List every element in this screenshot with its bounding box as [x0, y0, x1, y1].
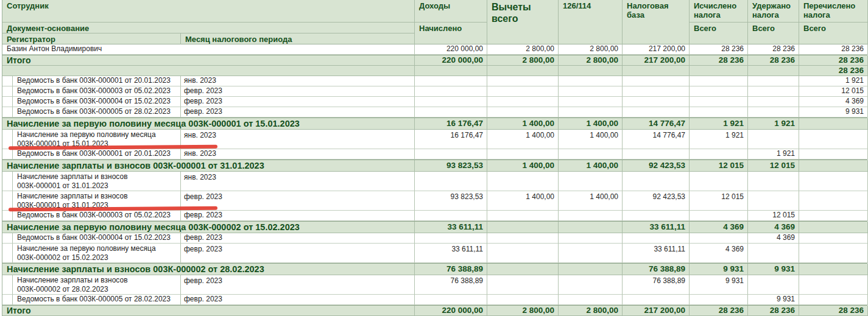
cell-tax-base[interactable]: [623, 211, 690, 221]
cell-withheld[interactable]: [748, 191, 799, 211]
cell-withheld[interactable]: 28 236: [748, 306, 799, 316]
cell-code[interactable]: 1 400,00: [559, 130, 623, 149]
cell-tax-base[interactable]: [623, 66, 690, 76]
cell-registrar[interactable]: Ведомость в банк 003К-000005 от 28.02.20…: [13, 295, 181, 305]
cell-month[interactable]: янв. 2023: [181, 76, 415, 86]
cell-transferred[interactable]: 9 931: [799, 107, 868, 118]
cell-deductions[interactable]: [487, 76, 559, 86]
cell-code[interactable]: [559, 244, 623, 263]
cell-tax-base[interactable]: 92 423,53: [623, 191, 690, 211]
cell-registrar[interactable]: Ведомость в банк 003К-000001 от 20.01.20…: [13, 149, 181, 160]
cell-transferred[interactable]: 28 236: [799, 66, 868, 76]
cell-deductions[interactable]: 2 800,00: [487, 306, 559, 316]
cell-section-label[interactable]: Начисление за первую половину месяца 003…: [2, 118, 415, 130]
cell-withheld[interactable]: 12 015: [748, 211, 799, 221]
cell-withheld[interactable]: 9 931: [748, 264, 799, 275]
cell-month[interactable]: февр. 2023: [181, 233, 415, 244]
cell-transferred[interactable]: [799, 191, 868, 211]
cell-income[interactable]: 220 000,00: [415, 44, 487, 55]
cell-transferred[interactable]: [799, 211, 868, 221]
cell-tax-base[interactable]: 33 611,11: [623, 222, 690, 233]
cell-transferred[interactable]: [799, 160, 868, 172]
cell-calculated[interactable]: 4 369: [690, 244, 748, 263]
cell-income[interactable]: [415, 149, 487, 160]
cell-withheld[interactable]: 12 015: [748, 160, 799, 172]
cell-deductions[interactable]: [487, 97, 559, 107]
cell-calculated[interactable]: [690, 76, 748, 86]
cell-employee-label[interactable]: Базин Антон Владимирович: [2, 44, 415, 55]
cell-registrar[interactable]: Начисление за первую половину месяца003К…: [13, 130, 181, 149]
cell-code[interactable]: [559, 233, 623, 244]
cell-tax-base[interactable]: [623, 295, 690, 305]
cell-code[interactable]: [559, 295, 623, 305]
cell-income[interactable]: [415, 86, 487, 97]
cell-calculated[interactable]: 28 236: [690, 55, 748, 66]
cell-withheld[interactable]: [748, 76, 799, 86]
cell-income[interactable]: 33 611,11: [415, 222, 487, 233]
cell-calculated[interactable]: [690, 211, 748, 221]
cell-tax-base[interactable]: [623, 97, 690, 107]
cell-calculated[interactable]: 4 369: [690, 222, 748, 233]
cell-total-label[interactable]: Итого: [2, 306, 415, 316]
cell-withheld[interactable]: 1 921: [748, 149, 799, 160]
cell-code[interactable]: 2 800,00: [559, 306, 623, 316]
cell-calculated[interactable]: [690, 97, 748, 107]
cell-withheld[interactable]: 9 931: [748, 295, 799, 305]
cell-tax-base[interactable]: [623, 233, 690, 244]
cell-income[interactable]: [415, 233, 487, 244]
cell-deductions[interactable]: [487, 295, 559, 305]
cell-income[interactable]: 220 000,00: [415, 306, 487, 316]
cell-calculated[interactable]: [690, 295, 748, 305]
cell-month[interactable]: янв. 2023: [181, 149, 415, 160]
cell-transferred[interactable]: 1 921: [799, 76, 868, 86]
cell-registrar[interactable]: Ведомость в банк 003К-000003 от 05.02.20…: [13, 211, 181, 221]
cell-withheld[interactable]: [748, 244, 799, 263]
cell-month[interactable]: янв. 2023: [181, 172, 415, 191]
cell-deductions[interactable]: [487, 107, 559, 118]
cell-transferred[interactable]: 28 236: [799, 306, 868, 316]
cell-income[interactable]: 93 823,53: [415, 191, 487, 211]
cell-section-label[interactable]: Начисление зарплаты и взносов 003К-00000…: [2, 264, 415, 275]
cell-month[interactable]: февр. 2023: [181, 275, 415, 295]
cell-withheld[interactable]: 28 236: [748, 44, 799, 55]
cell-tax-base[interactable]: [623, 76, 690, 86]
cell-calculated[interactable]: [690, 86, 748, 97]
cell-registrar[interactable]: Ведомость в банк 003К-000005 от 28.02.20…: [13, 107, 181, 118]
cell-code[interactable]: 1 400,00: [559, 191, 623, 211]
cell-income[interactable]: 16 176,47: [415, 118, 487, 130]
cell-section-label[interactable]: Начисление за первую половину месяца 003…: [2, 222, 415, 233]
cell-month[interactable]: февр. 2023: [181, 191, 415, 211]
cell-registrar[interactable]: Начисление зарплаты и взносов003К-000001…: [13, 172, 181, 191]
cell-tax-base[interactable]: 14 776,47: [623, 118, 690, 130]
cell-transferred[interactable]: 28 236: [799, 44, 868, 55]
cell-transferred[interactable]: [799, 244, 868, 263]
cell-calculated[interactable]: 28 236: [690, 306, 748, 316]
cell-calculated[interactable]: 12 015: [690, 160, 748, 172]
cell-withheld[interactable]: 4 369: [748, 222, 799, 233]
cell-tax-base[interactable]: [623, 149, 690, 160]
cell-tax-base[interactable]: 33 611,11: [623, 244, 690, 263]
cell-registrar[interactable]: Начисление за первую половину месяца003К…: [13, 244, 181, 263]
cell-transferred[interactable]: [799, 149, 868, 160]
cell-tax-base[interactable]: 217 200,00: [623, 55, 690, 66]
cell-deductions[interactable]: [487, 275, 559, 295]
cell-calculated[interactable]: 28 236: [690, 44, 748, 55]
cell-income[interactable]: [415, 66, 487, 76]
cell-code[interactable]: [559, 76, 623, 86]
cell-income[interactable]: [415, 97, 487, 107]
cell-month[interactable]: февр. 2023: [181, 211, 415, 221]
cell-deductions[interactable]: [487, 222, 559, 233]
cell-deductions[interactable]: [487, 233, 559, 244]
cell-transferred[interactable]: [799, 222, 868, 233]
cell-withheld[interactable]: [748, 66, 799, 76]
cell-tax-base[interactable]: 76 388,89: [623, 275, 690, 295]
cell-registrar[interactable]: Ведомость в банк 003К-000003 от 05.02.20…: [13, 86, 181, 97]
cell-withheld[interactable]: [748, 86, 799, 97]
cell-transferred[interactable]: [799, 295, 868, 305]
cell-tax-base[interactable]: 217 200,00: [623, 44, 690, 55]
cell-income[interactable]: [415, 76, 487, 86]
cell-withheld[interactable]: [748, 172, 799, 191]
cell-income[interactable]: [415, 107, 487, 118]
cell-calculated[interactable]: 1 921: [690, 130, 748, 149]
cell-income[interactable]: 220 000,00: [415, 55, 487, 66]
